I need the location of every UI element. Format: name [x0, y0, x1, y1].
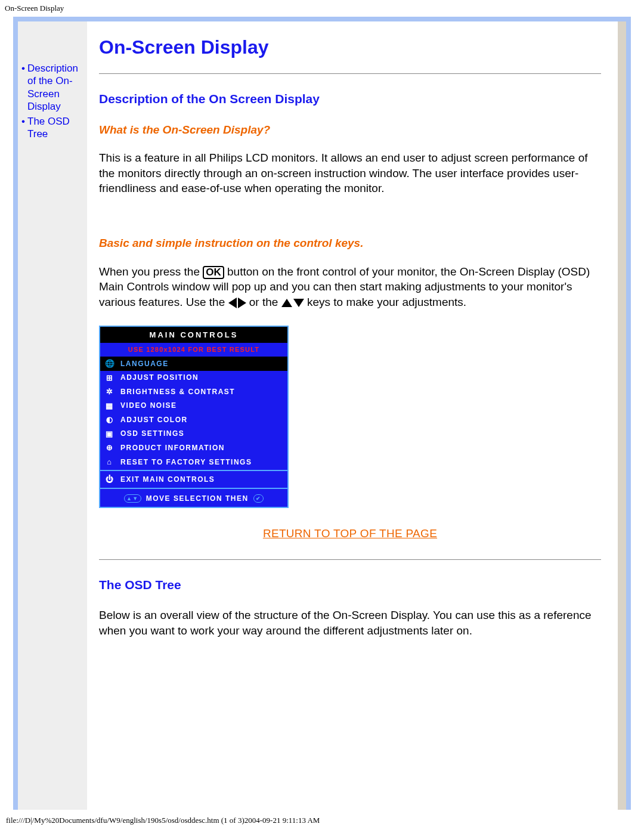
osd-item-label: LANGUAGE — [120, 359, 169, 368]
sidebar-link-osd-tree[interactable]: The OSD Tree — [27, 115, 83, 141]
footer-file-path: file:///D|/My%20Documents/dfu/W9/english… — [0, 810, 644, 831]
text-fragment: keys to make your adjustments. — [307, 296, 466, 308]
osd-title: MAIN CONTROLS — [100, 327, 287, 343]
osd-item-label: OSD SETTINGS — [120, 429, 184, 438]
divider — [99, 73, 601, 74]
osd-item-brightness: ✲ BRIGHTNESS & CONTRAST — [100, 385, 287, 399]
osd-item-label: BRIGHTNESS & CONTRAST — [120, 387, 235, 397]
osd-item-product-info: ⊕ PRODUCT INFORMATION — [100, 441, 287, 455]
noise-icon: ▦ — [105, 401, 114, 411]
paragraph-instruction: When you press the OK button on the fron… — [99, 264, 601, 310]
language-icon: 🌐 — [105, 358, 114, 369]
osd-item-osd-settings: ▣ OSD SETTINGS — [100, 427, 287, 441]
osd-item-label: VIDEO NOISE — [120, 401, 177, 410]
inner-frame: • Description of the On-Screen Display •… — [18, 21, 626, 810]
osd-screenshot: MAIN CONTROLS USE 1280x1024 FOR BEST RES… — [99, 326, 289, 509]
bullet-icon: • — [21, 115, 27, 141]
subheading-what-is: What is the On-Screen Display? — [99, 122, 601, 138]
page-title: On-Screen Display — [99, 35, 601, 60]
ok-badge-icon: ✔ — [253, 494, 264, 503]
osd-item-label: ADJUST COLOR — [120, 415, 188, 425]
browser-title: On-Screen Display — [0, 0, 644, 17]
return-to-top-link[interactable]: RETURN TO TOP OF THE PAGE — [99, 526, 601, 541]
bullet-icon: • — [21, 62, 27, 113]
osd-item-language: 🌐 LANGUAGE — [100, 357, 287, 371]
osd-footer-label: MOVE SELECTION THEN — [146, 494, 249, 503]
osd-item-exit: ⏻ EXIT MAIN CONTROLS — [100, 472, 287, 487]
sidebar-link-description[interactable]: Description of the On-Screen Display — [27, 62, 83, 113]
settings-icon: ▣ — [105, 429, 114, 439]
osd-item-adjust-color: ◐ ADJUST COLOR — [100, 413, 287, 427]
osd-item-video-noise: ▦ VIDEO NOISE — [100, 399, 287, 413]
osd-item-label: RESET TO FACTORY SETTINGS — [120, 457, 252, 467]
exit-icon: ⏻ — [105, 474, 114, 485]
scrollbar[interactable] — [618, 21, 626, 810]
osd-item-label: EXIT MAIN CONTROLS — [120, 475, 215, 484]
divider — [99, 559, 601, 560]
osd-item-reset: ⌂ RESET TO FACTORY SETTINGS — [100, 455, 287, 469]
paragraph-what-is: This is a feature in all Philips LCD mon… — [99, 150, 601, 196]
section-heading-osd-tree: The OSD Tree — [99, 577, 601, 593]
ok-button-icon: OK — [203, 266, 224, 279]
updown-badge-icon: ▲▼ — [124, 494, 141, 503]
osd-resolution-warning: USE 1280x1024 FOR BEST RESULT — [100, 343, 287, 357]
section-heading-description: Description of the On Screen Display — [99, 91, 601, 107]
osd-item-label: ADJUST POSITION — [120, 373, 199, 382]
osd-separator — [100, 470, 287, 471]
text-fragment: When you press the — [99, 265, 203, 278]
color-icon: ◐ — [105, 414, 114, 425]
osd-item-label: PRODUCT INFORMATION — [120, 443, 225, 453]
brightness-icon: ✲ — [105, 386, 114, 397]
osd-footer: ▲▼ MOVE SELECTION THEN ✔ — [100, 490, 287, 507]
outer-frame: • Description of the On-Screen Display •… — [13, 17, 631, 810]
subheading-basic-instruction: Basic and simple instruction on the cont… — [99, 236, 601, 251]
sidebar: • Description of the On-Screen Display •… — [18, 21, 87, 810]
info-icon: ⊕ — [105, 442, 114, 453]
main-content: On-Screen Display Description of the On … — [87, 21, 618, 810]
osd-item-adjust-position: ⊞ ADJUST POSITION — [100, 371, 287, 385]
up-down-arrows-icon — [281, 299, 304, 307]
position-icon: ⊞ — [105, 373, 114, 383]
left-right-arrows-icon — [228, 298, 246, 308]
reset-icon: ⌂ — [105, 457, 114, 467]
paragraph-osd-tree: Below is an overall view of the structur… — [99, 608, 601, 638]
osd-separator — [100, 488, 287, 489]
text-fragment: or the — [249, 296, 281, 308]
